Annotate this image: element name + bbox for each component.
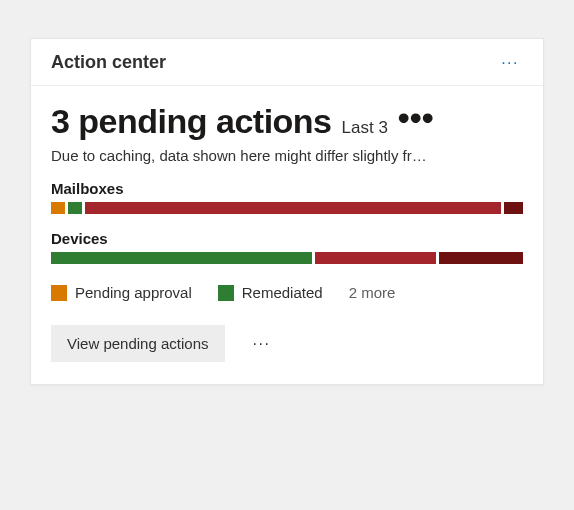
- legend-swatch: [51, 285, 67, 301]
- legend: Pending approvalRemediated2 more: [51, 284, 523, 301]
- footer-more-icon[interactable]: ···: [253, 340, 271, 348]
- view-pending-actions-button[interactable]: View pending actions: [51, 325, 225, 362]
- legend-swatch: [218, 285, 234, 301]
- card-body: 3 pending actions Last 3 ••• Due to cach…: [31, 86, 543, 384]
- bar-segment: [68, 202, 82, 214]
- footer-row: View pending actions ···: [51, 325, 523, 362]
- legend-label: Pending approval: [75, 284, 192, 301]
- bar-segment: [504, 202, 523, 214]
- card-header: Action center ···: [31, 39, 543, 86]
- bar-devices: [51, 252, 523, 264]
- caching-caption: Due to caching, data shown here might di…: [51, 147, 523, 164]
- card-title: Action center: [51, 52, 166, 73]
- section-label-devices: Devices: [51, 230, 523, 247]
- legend-label: Remediated: [242, 284, 323, 301]
- card-more-icon[interactable]: ···: [497, 55, 523, 71]
- bar-segment: [51, 202, 65, 214]
- legend-more[interactable]: 2 more: [349, 284, 396, 301]
- legend-item: Pending approval: [51, 284, 192, 301]
- bar-segment: [439, 252, 523, 264]
- headline-text: 3 pending actions: [51, 102, 332, 141]
- headline-row: 3 pending actions Last 3 •••: [51, 102, 523, 141]
- legend-item: Remediated: [218, 284, 323, 301]
- action-center-card: Action center ··· 3 pending actions Last…: [30, 38, 544, 385]
- bar-segment: [85, 202, 502, 214]
- section-label-mailboxes: Mailboxes: [51, 180, 523, 197]
- timerange-label: Last 3: [342, 118, 388, 138]
- bar-segment: [51, 252, 312, 264]
- bar-mailboxes: [51, 202, 523, 214]
- bar-segment: [315, 252, 436, 264]
